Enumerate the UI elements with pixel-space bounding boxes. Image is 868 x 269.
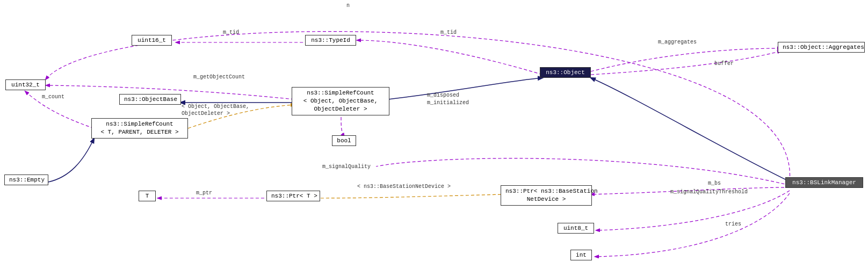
label-m_tid-left: m_tid: [223, 30, 239, 35]
node-T: T: [139, 191, 156, 201]
node-ns3-simplerefcount-obj: ns3::SimpleRefCount< Object, ObjectBase,…: [292, 87, 389, 115]
node-ns3-object: ns3::Object: [540, 67, 591, 78]
node-ns3-bslinkmanager: ns3::BSLinkManager: [785, 177, 863, 188]
node-int: int: [570, 250, 592, 260]
label-buffer: buffer: [714, 61, 734, 67]
label-m_signalQuality: m_signalQuality: [322, 164, 371, 170]
diagram-container: n m_tid m_tid m_aggregates buffer m_getO…: [0, 0, 868, 269]
label-template-obj: < Object, ObjectBase,ObjectDeleter >: [182, 103, 249, 117]
node-bool: bool: [332, 135, 356, 146]
node-ns3-object-aggregates: ns3::Object::Aggregates: [778, 42, 865, 53]
node-ns3-typeid: ns3::TypeId: [305, 35, 356, 46]
node-uint32_t: uint32_t: [5, 79, 46, 90]
label-m_signalQualityThreshold: m_signalQualityThreshold: [670, 189, 748, 195]
node-ns3-ptr-t: ns3::Ptr< T >: [266, 191, 320, 201]
label-m_tid-right: m_tid: [440, 30, 457, 35]
node-uint8_t: uint8_t: [558, 223, 594, 234]
label-m_getObjectCount: m_getObjectCount: [193, 74, 245, 80]
node-ns3-objectbase: ns3::ObjectBase: [119, 94, 181, 105]
label-m_disposed: m_disposed: [427, 92, 459, 98]
node-ns3-ptr-bs: ns3::Ptr< ns3::BaseStationNetDevice >: [501, 185, 592, 206]
label-m_count: m_count: [42, 94, 64, 100]
label-bs-template: < ns3::BaseStationNetDevice >: [357, 184, 451, 190]
label-m_aggregates: m_aggregates: [658, 39, 697, 45]
node-ns3-simplerefcount-t: ns3::SimpleRefCount< T, PARENT, DELETER …: [91, 118, 188, 139]
label-m_ptr: m_ptr: [196, 190, 212, 196]
node-uint16_t: uint16_t: [132, 35, 172, 46]
label-tries: tries: [725, 221, 741, 227]
label-m_initialized: m_initialized: [427, 100, 469, 106]
label-m_bs: m_bs: [708, 180, 721, 186]
label-n: n: [346, 3, 350, 9]
node-ns3-empty: ns3::Empty: [4, 175, 48, 185]
